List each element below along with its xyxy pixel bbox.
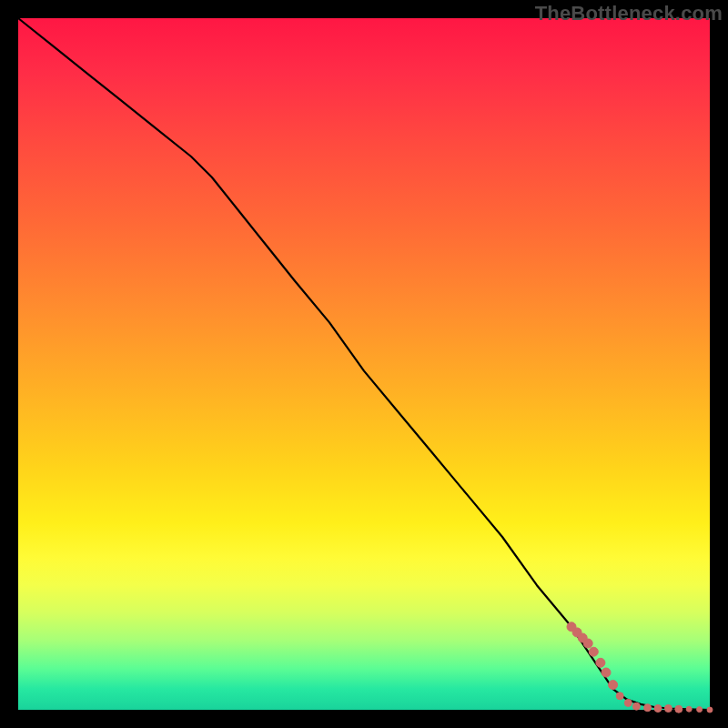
scatter-dot: [654, 705, 662, 713]
scatter-dot: [644, 704, 652, 712]
scatter-dot: [707, 707, 713, 713]
chart-frame: TheBottleneck.com: [0, 0, 728, 728]
scatter-dot: [602, 668, 611, 677]
scatter-dots: [567, 622, 713, 713]
scatter-dot: [632, 703, 640, 710]
scatter-dot: [616, 693, 623, 700]
scatter-dot: [675, 705, 682, 713]
chart-overlay: [18, 18, 710, 710]
scatter-dot: [664, 705, 672, 713]
scatter-dot: [609, 681, 618, 690]
scatter-dot: [589, 647, 598, 656]
scatter-dot: [596, 658, 605, 667]
scatter-dot: [697, 707, 703, 713]
scatter-dot: [583, 639, 592, 648]
scatter-dot: [686, 706, 692, 712]
scatter-dot: [624, 699, 632, 706]
curve-line: [18, 18, 710, 710]
